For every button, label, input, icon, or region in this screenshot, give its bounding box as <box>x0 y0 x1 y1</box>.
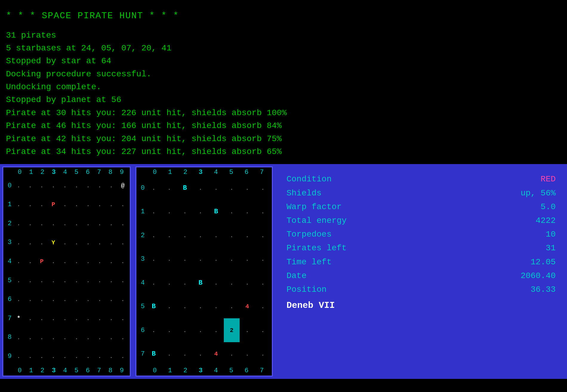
galaxy-cell: . <box>36 290 48 309</box>
sector-cell: . <box>177 342 193 366</box>
galaxy-cell: . <box>71 309 82 328</box>
galaxy-cell: . <box>82 252 94 271</box>
log-line: Pirate at 42 hits you: 204 unit hit, shi… <box>6 132 561 145</box>
sector-cell: . <box>146 176 161 200</box>
galaxy-cell: . <box>105 271 117 290</box>
energy-row: Total energy 4222 <box>286 214 556 228</box>
shields-label: Shields <box>286 186 322 200</box>
galaxy-cell: . <box>94 328 106 347</box>
sector-cell: . <box>208 247 224 271</box>
galaxy-row-label: 9 <box>6 353 12 360</box>
sector-row-label: 1 <box>139 208 145 215</box>
galaxy-cell: . <box>82 214 94 233</box>
galaxy-cell: . <box>24 328 36 347</box>
sector-cell: . <box>177 318 193 342</box>
galaxy-cell: . <box>47 309 59 328</box>
galaxy-cell: . <box>59 214 71 233</box>
sector-cell: . <box>161 271 177 295</box>
sector-row-label: 5 <box>139 303 145 310</box>
galaxy-row-label: 4 <box>6 258 12 265</box>
sector-cell: 4 <box>208 342 224 366</box>
galaxy-cell: . <box>13 347 24 366</box>
sector-cell: B <box>208 200 224 224</box>
sector-cell: . <box>255 176 271 200</box>
galaxy-cell: . <box>94 309 106 328</box>
status-panel: Condition RED Shields up, 56% Warp facto… <box>278 166 565 376</box>
date-value: 2060.40 <box>520 269 556 283</box>
sector-cell: . <box>240 271 255 295</box>
galaxy-cell: . <box>71 328 82 347</box>
sector-cells: ..B.........B......................B....… <box>146 176 271 366</box>
log-line: Pirate at 46 hits you: 166 unit hit, shi… <box>6 119 561 132</box>
galaxy-cell: . <box>71 347 82 366</box>
galaxy-row-label: 3 <box>6 239 12 246</box>
galaxy-row-labels: 0123456789 <box>4 176 13 366</box>
pirates-value: 31 <box>520 241 556 255</box>
galaxy-cell: * <box>13 309 24 328</box>
condition-value: RED <box>520 172 556 186</box>
sector-cell: . <box>161 200 177 224</box>
galaxy-cell: . <box>13 271 24 290</box>
sector-row-label: 7 <box>139 350 145 358</box>
galaxy-cell: . <box>105 233 117 252</box>
galaxy-cell: P <box>36 252 48 271</box>
galaxy-cell: . <box>36 271 48 290</box>
sector-cell: . <box>224 342 239 366</box>
galaxy-cell: . <box>94 271 106 290</box>
galaxy-cell: . <box>47 290 59 309</box>
sector-cell: . <box>255 295 271 319</box>
planet-name: Deneb VII <box>286 298 556 313</box>
galaxy-cell: . <box>59 233 71 252</box>
sector-cell: . <box>224 295 239 319</box>
sector-cell: B <box>146 342 161 366</box>
date-label: Date <box>286 269 306 283</box>
sector-cell: . <box>240 247 255 271</box>
torpedoes-label: Torpedoes <box>286 228 332 241</box>
galaxy-cell: . <box>117 309 129 328</box>
galaxy-cell: . <box>36 347 48 366</box>
log-line: 31 pirates <box>6 29 561 42</box>
galaxy-cell: . <box>24 176 36 195</box>
warp-value: 5.0 <box>520 200 556 214</box>
sector-col-header: 01234567 <box>136 167 272 176</box>
position-value: 36.33 <box>520 283 556 297</box>
galaxy-cell: . <box>36 328 48 347</box>
galaxy-cell: . <box>105 252 117 271</box>
warp-row: Warp factor 5.0 <box>286 200 556 214</box>
sector-cell: B <box>193 271 208 295</box>
galaxy-cell: . <box>47 176 59 195</box>
galaxy-row-label: 7 <box>6 315 12 322</box>
galaxy-cell: . <box>24 290 36 309</box>
log-line: Pirate at 34 hits you: 227 unit hit, shi… <box>6 145 561 158</box>
galaxy-cell: . <box>82 176 94 195</box>
galaxy-cell: . <box>105 290 117 309</box>
torpedoes-row: Torpedoes 10 <box>286 228 556 241</box>
position-row: Position 36.33 <box>286 283 556 297</box>
galaxy-cell: . <box>59 347 71 366</box>
galaxy-cell: . <box>36 309 48 328</box>
galaxy-cell: . <box>94 347 106 366</box>
sector-row-label: 3 <box>139 255 145 263</box>
galaxy-cell: . <box>117 214 129 233</box>
sector-cell: . <box>193 200 208 224</box>
galaxy-cell: . <box>117 233 129 252</box>
galaxy-row-label: 6 <box>6 296 12 303</box>
galaxy-cell: . <box>71 271 82 290</box>
galaxy-cell: . <box>47 271 59 290</box>
log-line: Pirate at 30 hits you: 226 unit hit, shi… <box>6 107 561 119</box>
galaxy-cell: . <box>117 271 129 290</box>
galaxy-cell: . <box>117 328 129 347</box>
sector-cell: . <box>161 247 177 271</box>
galaxy-cell: . <box>13 252 24 271</box>
galaxy-cell: . <box>82 271 94 290</box>
galaxy-cell: . <box>82 290 94 309</box>
galaxy-cell: @ <box>117 176 129 195</box>
sector-cell: . <box>161 223 177 247</box>
sector-row-label: 6 <box>139 327 145 334</box>
galaxy-cell: . <box>13 328 24 347</box>
sector-cell: . <box>193 223 208 247</box>
sector-cell: . <box>208 318 224 342</box>
galaxy-cell: . <box>59 271 71 290</box>
log-section: * * * SPACE PIRATE HUNT * * * 31 pirates… <box>0 0 567 164</box>
sector-cell: . <box>161 295 177 319</box>
